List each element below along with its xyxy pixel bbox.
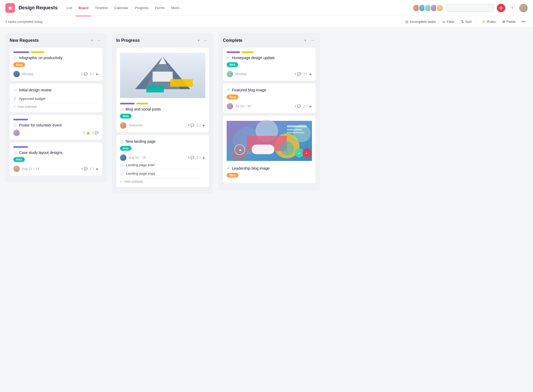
nav-tab-forms[interactable]: Forms [152, 4, 167, 11]
meta-comments-blog-social: 4 💬 [188, 124, 194, 127]
sort-button[interactable]: ⇅ Sort [458, 18, 474, 25]
card-image-leadership: ★ ✓ + [227, 120, 312, 163]
card-footer-poster: 2 👍 3 💬 [13, 130, 99, 136]
card-avatar-infographic [13, 71, 20, 77]
card-avatar-blog-social [120, 122, 126, 129]
card-title-text-infographic: Infographic on productivity [19, 56, 62, 60]
svg-rect-7 [146, 85, 164, 92]
card-title-initial-design: ◎ Initial design review [13, 87, 99, 92]
card-title-text-landing: New landing page [126, 139, 155, 144]
card-date-infographic: Monday [22, 72, 79, 76]
card-title-featured-blog: ✓ Featured blog image [227, 87, 312, 92]
help-button[interactable]: ? [508, 4, 516, 12]
svg-text:✓: ✓ [298, 151, 301, 155]
meta-arrow-case-study[interactable]: ▶ [96, 167, 99, 171]
check-icon-case-study: ◎ [13, 150, 17, 155]
column-more-in-progress[interactable]: ··· [202, 37, 209, 44]
card-meta-infographic: 1 💬 2 ⤴ ▶ [81, 72, 99, 76]
card-tags-infographic [13, 51, 99, 53]
badge-blog-leadership[interactable]: Blog [227, 173, 238, 178]
card-footer-homepage: Monday 4 💬 2 ⤴ ▶ [227, 71, 312, 77]
badge-web-landing[interactable]: Web [120, 146, 131, 151]
nav-tab-list[interactable]: List [64, 4, 75, 11]
team-avatars [412, 4, 443, 12]
card-date-landing: Aug 14 – 19 [129, 156, 186, 160]
column-more-new-requests[interactable]: ··· [95, 37, 102, 44]
card-title-infographic: ◎ Infographic on productivity [13, 55, 99, 60]
avatar-5[interactable] [436, 4, 443, 12]
card-title-leadership: ✓ Leadership blog image [227, 166, 312, 171]
meta-subtasks-featured-blog: 2 ⤴ [303, 104, 307, 108]
tag-yellow-homepage [242, 51, 254, 53]
check-icon-copy: ◎ [120, 171, 124, 176]
check-done-leadership: ✓ [227, 166, 230, 171]
card-meta-homepage: 4 💬 2 ⤴ ▶ [294, 72, 312, 76]
tag-yellow-blog-social [136, 103, 148, 104]
column-in-progress: In Progress + ··· [112, 33, 213, 194]
card-meta-case-study: 4 💬 2 ⤴ ▶ [81, 167, 99, 171]
meta-arrow-landing[interactable]: ▶ [203, 156, 205, 160]
check-icon-brief: ◎ [120, 162, 124, 168]
check-icon-2: ◎ [13, 87, 17, 92]
sort-icon: ⇅ [461, 20, 464, 24]
tag-yellow [31, 51, 44, 53]
card-footer-infographic: Monday 1 💬 2 ⤴ ▶ [13, 71, 99, 77]
fields-icon: ⊞ [502, 20, 505, 24]
badge-web-case-study[interactable]: Web [13, 157, 25, 162]
search-input[interactable] [446, 4, 494, 12]
rules-button[interactable]: ⚡ Rules [479, 18, 498, 25]
column-header-complete: Complete + ··· [223, 37, 316, 44]
check-icon-blog-social: ◎ [120, 107, 124, 112]
column-header-in-progress: In Progress + ··· [116, 37, 209, 44]
nav-tab-more[interactable]: More... [169, 4, 185, 11]
meta-comments-poster: 3 💬 [92, 131, 99, 135]
card-avatar-case-study [13, 166, 20, 172]
meta-subtasks-landing: 2 ⤴ [197, 156, 201, 160]
incomplete-tasks-button[interactable]: ◎ Incomplete tasks [403, 18, 439, 25]
badge-web-blog-social[interactable]: Web [120, 114, 131, 119]
more-options-button[interactable]: ••• [519, 18, 528, 25]
incomplete-tasks-icon: ◎ [405, 19, 408, 24]
meta-arrow-infographic[interactable]: ▶ [96, 72, 99, 76]
card-footer-case-study: Aug 13 – 14 4 💬 2 ⤴ ▶ [13, 166, 99, 172]
card-tags-case-study [13, 146, 99, 148]
board: New Requests + ··· ◎ Infographic on prod… [0, 27, 533, 199]
column-add-in-progress[interactable]: + [195, 37, 202, 44]
svg-rect-5 [153, 72, 173, 82]
card-title-text-case-study: Case study layout designs [19, 150, 62, 155]
card-avatar-landing [120, 154, 126, 161]
nav-tab-calendar[interactable]: Calendar [112, 4, 131, 11]
nav-tab-progress[interactable]: Progress [132, 4, 151, 11]
filter-label: Filter [447, 20, 455, 24]
card-meta-landing: 5 💬 2 ⤴ ▶ [188, 156, 205, 160]
add-button[interactable] [497, 4, 505, 12]
check-icon: ◎ [13, 55, 17, 60]
card-title-homepage: ✓ Homepage design update [227, 55, 312, 60]
badge-web-homepage[interactable]: Web [227, 62, 238, 67]
column-add-complete[interactable]: + [302, 37, 309, 44]
column-add-new-requests[interactable]: + [89, 37, 95, 44]
filter-button[interactable]: ⚌ Filter [440, 18, 457, 25]
card-title-text-homepage: Homepage design update [232, 56, 275, 60]
column-title-new-requests: New Requests [10, 38, 89, 43]
user-avatar[interactable] [519, 4, 528, 12]
nav-tab-board[interactable]: Board [76, 4, 91, 11]
badge-blog-featured[interactable]: Blog [227, 95, 238, 99]
subtask-text-brief: Landing page brief [126, 163, 155, 167]
card-image-mountain [120, 51, 205, 100]
meta-arrow-blog-social[interactable]: ▶ [203, 124, 205, 127]
nav-tab-timeline[interactable]: Timeline [92, 4, 111, 11]
add-subtask-initial-design[interactable]: + Add subtask [13, 105, 99, 109]
add-subtask-landing[interactable]: + Add subtask [120, 179, 205, 183]
meta-arrow-homepage[interactable]: ▶ [310, 72, 312, 76]
column-header-new-requests: New Requests + ··· [10, 37, 102, 44]
app-header: Design Requests List Board Timeline Cale… [0, 0, 533, 16]
column-more-complete[interactable]: ··· [309, 37, 316, 44]
meta-comments-homepage: 4 💬 [294, 72, 301, 76]
meta-arrow-featured-blog[interactable]: ▶ [310, 104, 312, 108]
column-title-complete: Complete [223, 38, 302, 43]
badge-blog-infographic[interactable]: Blog [13, 62, 25, 67]
card-infographic: ◎ Infographic on productivity Blog Monda… [10, 48, 102, 81]
card-avatar-homepage [227, 71, 233, 77]
fields-button[interactable]: ⊞ Fields [500, 18, 519, 25]
